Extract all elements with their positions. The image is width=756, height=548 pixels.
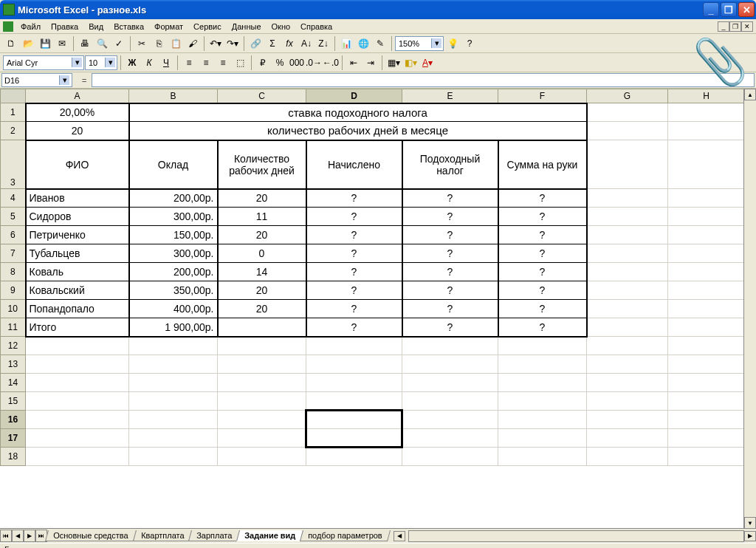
hyperlink-icon[interactable]: 🔗 [247, 35, 264, 52]
decrease-decimal-icon[interactable]: ←.0 [323, 55, 339, 71]
cell-E18[interactable] [402, 448, 498, 466]
cell-F5[interactable]: ? [498, 208, 587, 226]
cell-B7[interactable]: 300,00р. [129, 244, 218, 263]
cell-F6[interactable]: ? [498, 226, 587, 244]
cell-F11[interactable]: ? [498, 318, 587, 337]
cell-F12[interactable] [498, 337, 587, 355]
redo-icon[interactable]: ↷▾ [224, 35, 241, 52]
horizontal-scrollbar[interactable] [408, 530, 744, 542]
cell-C3[interactable]: Количество рабочих дней [218, 140, 306, 189]
cell-F4[interactable]: ? [498, 189, 587, 208]
cell-D13[interactable] [306, 355, 402, 374]
mail-icon[interactable]: ✉ [54, 35, 70, 52]
row-header-17[interactable]: 17 [1, 429, 26, 448]
cell-D10[interactable]: ? [306, 300, 402, 318]
function-icon[interactable]: fх [281, 35, 298, 52]
copy-icon[interactable]: ⎘ [151, 35, 167, 52]
menu-tools[interactable]: Сервис [189, 21, 226, 32]
cell-D14[interactable] [306, 374, 402, 392]
cell-A17[interactable] [26, 429, 129, 448]
new-icon[interactable]: 🗋 [3, 35, 19, 52]
col-header-A[interactable]: A [26, 89, 129, 103]
increase-indent-icon[interactable]: ⇥ [362, 55, 379, 71]
row-header-5[interactable]: 5 [1, 208, 26, 226]
col-header-F[interactable]: F [498, 89, 587, 103]
cell-C10[interactable]: 20 [218, 300, 306, 318]
row-header-18[interactable]: 18 [1, 448, 26, 466]
row-header-8[interactable]: 8 [1, 263, 26, 281]
cell-B3[interactable]: Оклад [129, 140, 218, 189]
help-icon[interactable]: ? [461, 35, 478, 52]
autosum-icon[interactable]: Σ [264, 35, 281, 52]
cell-H13[interactable] [668, 355, 745, 374]
cell-B16[interactable] [129, 411, 218, 429]
sheet-tab-1[interactable]: Основные средства [45, 530, 137, 541]
cell-C7[interactable]: 0 [218, 244, 306, 263]
cell-A7[interactable]: Тубальцев [26, 244, 129, 263]
cell-A18[interactable] [26, 448, 129, 466]
cell-E7[interactable]: ? [402, 244, 498, 263]
align-right-icon[interactable]: ≡ [215, 55, 231, 71]
bold-button[interactable]: Ж [124, 55, 140, 71]
cell-C12[interactable] [218, 337, 306, 355]
cell-C4[interactable]: 20 [218, 189, 306, 208]
cell-A11[interactable]: Итого [26, 318, 129, 337]
cell-G15[interactable] [587, 392, 668, 411]
cell-E6[interactable]: ? [402, 226, 498, 244]
cell-H1[interactable] [668, 103, 745, 122]
row-header-13[interactable]: 13 [1, 355, 26, 374]
doc-close-button[interactable]: ✕ [741, 21, 753, 32]
col-header-C[interactable]: C [218, 89, 306, 103]
cell-H10[interactable] [668, 300, 745, 318]
row-header-7[interactable]: 7 [1, 244, 26, 263]
cell-B2-F2-merged[interactable]: количество рабочих дней в месяце [129, 122, 587, 140]
cell-C13[interactable] [218, 355, 306, 374]
map-icon[interactable]: 🌐 [355, 35, 371, 52]
cell-H3[interactable] [668, 140, 745, 189]
name-box[interactable]: D16▾ [1, 73, 72, 87]
cell-G3[interactable] [587, 140, 668, 189]
cell-H4[interactable] [668, 189, 745, 208]
cell-A10[interactable]: Попандопало [26, 300, 129, 318]
cell-A3[interactable]: ФИО [26, 140, 129, 189]
cell-H14[interactable] [668, 374, 745, 392]
borders-icon[interactable]: ▦▾ [385, 55, 402, 71]
row-header-9[interactable]: 9 [1, 281, 26, 300]
cell-G2[interactable] [587, 122, 668, 140]
cell-B10[interactable]: 400,00р. [129, 300, 218, 318]
cell-C8[interactable]: 14 [218, 263, 306, 281]
menu-edit[interactable]: Правка [47, 21, 83, 32]
excel-doc-icon[interactable] [3, 21, 13, 32]
undo-icon[interactable]: ↶▾ [207, 35, 224, 52]
chart-wizard-icon[interactable]: 📊 [338, 35, 354, 52]
cell-H7[interactable] [668, 244, 745, 263]
close-button[interactable]: ✕ [738, 2, 755, 17]
tab-nav-first[interactable]: ⏮ [0, 530, 12, 542]
fill-color-icon[interactable]: ◧▾ [402, 55, 419, 71]
cell-B17[interactable] [129, 429, 218, 448]
cell-D11[interactable]: ? [306, 318, 402, 337]
cell-G6[interactable] [587, 226, 668, 244]
decrease-indent-icon[interactable]: ⇤ [346, 55, 362, 71]
cell-H11[interactable] [668, 318, 745, 337]
row-header-11[interactable]: 11 [1, 318, 26, 337]
cell-B4[interactable]: 200,00р. [129, 189, 218, 208]
cell-F8[interactable]: ? [498, 263, 587, 281]
zoom-dropdown[interactable]: 150%▾ [395, 36, 444, 51]
cell-C17[interactable] [218, 429, 306, 448]
doc-restore-button[interactable]: ❐ [729, 21, 741, 32]
cell-F16[interactable] [498, 411, 587, 429]
cell-E9[interactable]: ? [402, 281, 498, 300]
office-assistant-icon[interactable]: 💡 [444, 35, 461, 52]
cell-E8[interactable]: ? [402, 263, 498, 281]
sheet-tab-2[interactable]: Квартплата [133, 530, 192, 541]
row-header-14[interactable]: 14 [1, 374, 26, 392]
cell-G18[interactable] [587, 448, 668, 466]
menu-view[interactable]: Вид [84, 21, 108, 32]
format-painter-icon[interactable]: 🖌 [185, 35, 201, 52]
cell-B13[interactable] [129, 355, 218, 374]
cell-D5[interactable]: ? [306, 208, 402, 226]
cell-D18[interactable] [306, 448, 402, 466]
cell-C9[interactable]: 20 [218, 281, 306, 300]
cell-A6[interactable]: Петриченко [26, 226, 129, 244]
